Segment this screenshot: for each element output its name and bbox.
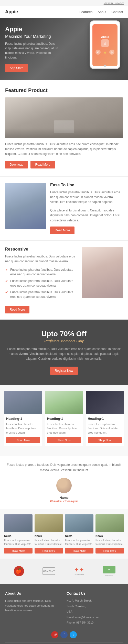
nav: Appie Features About Contact bbox=[0, 6, 128, 18]
nav-link-about[interactable]: About bbox=[98, 10, 106, 14]
screen-monitor-icon: 🖥 bbox=[103, 41, 107, 46]
news-label-3: News bbox=[65, 534, 93, 537]
testimonial-avatar bbox=[56, 478, 72, 493]
news-section: News Fusce luctus phare-tra faucibus. Du… bbox=[0, 509, 128, 559]
card-text-2: Fusce luctus pharetra faucibus. Duis vul… bbox=[47, 422, 81, 435]
star-decoration: ★ bbox=[103, 50, 107, 55]
featured-text: Fusce luctus pharetra faucibus. Duis vul… bbox=[5, 142, 123, 157]
news-label-4: News bbox=[95, 534, 124, 537]
partner-company-2: COMPANY bbox=[42, 567, 55, 575]
featured-section: Featured Product Fusce luctus pharetra f… bbox=[0, 80, 128, 176]
footer-columns: About Us Fusce luctus pharetra faucibus.… bbox=[5, 591, 123, 626]
footer-phone: Phone: 987 654 3210 bbox=[67, 620, 123, 625]
register-now-button[interactable]: Register Now bbox=[50, 367, 78, 375]
company-logo-text-4: company bbox=[105, 574, 113, 576]
partner-company-4: co. company bbox=[103, 566, 115, 576]
news-text-4: Fusce luctus phare-tra faucibus. Duis vu… bbox=[95, 538, 124, 546]
check-text-3: Fusce luctus pharetra faucibus. Duis vul… bbox=[10, 290, 78, 299]
check-text-2: Fusce luctus pharetra faucibus. Duis vul… bbox=[10, 279, 78, 288]
card-shop-button-2[interactable]: Shop Now bbox=[47, 437, 81, 443]
ease-text-1: Fusce luctus pharetra faucibus. Duis vul… bbox=[50, 190, 123, 205]
promo-text: Fusce luctus pharetra faucibus. Duis vul… bbox=[5, 347, 123, 361]
check-item-1: ✔ Fusce luctus pharetra faucibus. Duis v… bbox=[5, 267, 78, 277]
card-text-3: Fusce luctus pharetra faucibus. Duis vul… bbox=[88, 422, 122, 435]
check-item-2: ✔ Fusce luctus pharetra faucibus. Duis v… bbox=[5, 279, 78, 288]
card-heading-3: Heading-1 bbox=[88, 417, 122, 421]
phone-screen: Appie 🖥 ⚙ ★ ◎ bbox=[92, 24, 118, 66]
card-image-2 bbox=[45, 391, 83, 414]
check-text-1: Fusce luctus pharetra faucibus. Duis vul… bbox=[10, 267, 78, 277]
featured-read-more-button[interactable]: Read More bbox=[30, 161, 55, 168]
nav-link-features[interactable]: Features bbox=[79, 10, 92, 14]
checkmark-icon-3: ✔ bbox=[5, 290, 8, 294]
check-item-3: ✔ Fusce luctus pharetra faucibus. Duis v… bbox=[5, 290, 78, 299]
download-button[interactable]: Download bbox=[5, 161, 28, 168]
footer-contact-col: Contact Us No. 4, March Street, South Ca… bbox=[67, 591, 123, 626]
testimonial-text: Fusce luctus pharetra faucibus. Duis vul… bbox=[5, 462, 123, 473]
facebook-button[interactable]: f bbox=[60, 631, 68, 638]
footer-bottom: © 2015, All Rights Reserved Unsubscribe bbox=[5, 642, 123, 644]
card-image-1 bbox=[4, 391, 42, 414]
footer-country: USA bbox=[67, 609, 123, 614]
card-heading-2: Heading-1 bbox=[47, 417, 81, 421]
ease-content: Ease To Use Fusce luctus pharetra faucib… bbox=[50, 183, 123, 234]
featured-image bbox=[5, 97, 123, 138]
view-in-browser-link[interactable]: View In Browser bbox=[104, 2, 124, 5]
promo-title: Upto 70% Off bbox=[5, 330, 123, 338]
nav-link-contact[interactable]: Contact bbox=[111, 10, 123, 14]
partner-logo-2: COMPANY bbox=[39, 565, 59, 578]
news-card-2: News Fusce luctus phare-tra faucibus. Du… bbox=[35, 514, 63, 553]
news-read-more-button-2[interactable]: Read More bbox=[35, 548, 63, 553]
responsive-read-more-button[interactable]: Read More bbox=[5, 306, 29, 313]
ease-text-2: Quis placerat turpis aliquam. Curabitur … bbox=[50, 208, 123, 223]
responsive-text: Fusce luctus pharetra faucibus. Duis vul… bbox=[5, 254, 78, 264]
featured-buttons: Download Read More bbox=[5, 161, 123, 168]
card-1: Heading-1 Fusce luctus pharetra faucibus… bbox=[4, 391, 42, 446]
twitter-button[interactable]: t bbox=[70, 631, 77, 638]
green-logo-text: co. bbox=[108, 569, 111, 571]
news-read-more-button-1[interactable]: Read More bbox=[4, 548, 33, 553]
footer-address: No. 4, March Street, bbox=[67, 598, 123, 603]
green-logo-shape: co. bbox=[103, 566, 115, 573]
footer-about-col: About Us Fusce luctus pharetra faucibus.… bbox=[5, 591, 61, 626]
news-text-2: Fusce luctus phare-tra faucibus. Duis vu… bbox=[35, 538, 63, 546]
card-heading-1: Heading-1 bbox=[6, 417, 40, 421]
news-read-more-button-4[interactable]: Read More bbox=[95, 548, 124, 553]
responsive-image bbox=[82, 247, 123, 298]
news-label-2: News bbox=[35, 534, 63, 537]
hero-text: Fusce luctus pharetra faucibus. Duis vul… bbox=[5, 41, 61, 60]
responsive-title: Responsive bbox=[5, 247, 78, 252]
featured-title: Featured Product bbox=[5, 87, 123, 93]
phone-screen-connections: ⚙ ★ ◎ bbox=[94, 50, 115, 55]
avatar-image bbox=[56, 478, 72, 493]
footer-email: Email: mail@domain.com bbox=[67, 615, 123, 620]
testimonial-section: Fusce luctus pharetra faucibus. Duis vul… bbox=[0, 456, 128, 509]
footer-about-title: About Us bbox=[5, 591, 61, 595]
news-label-1: News bbox=[4, 534, 33, 537]
nav-logo: Appie bbox=[5, 9, 18, 15]
news-row: News Fusce luctus phare-tra faucibus. Du… bbox=[4, 514, 124, 553]
company-logo-text-3: COMPANY bbox=[74, 573, 84, 576]
card-shop-button-3[interactable]: Shop Now bbox=[88, 437, 122, 443]
phone-screen-content: Appie 🖥 ⚙ ★ ◎ bbox=[92, 33, 118, 57]
partner-logo-1: 🍎 bbox=[9, 565, 29, 578]
ease-image bbox=[5, 183, 46, 229]
conn-dot-2: ◎ bbox=[109, 50, 114, 55]
hero-phone-mockup: Appie 🖥 ⚙ ★ ◎ bbox=[90, 20, 123, 69]
hero-section: Appie Maximize Your Marketing Fusce luct… bbox=[0, 18, 128, 80]
news-read-more-button-3[interactable]: Read More bbox=[65, 548, 93, 553]
laptop-shape bbox=[54, 120, 74, 133]
card-shop-button-1[interactable]: Shop Now bbox=[6, 437, 40, 443]
card-3: Heading-1 Fusce luctus pharetra faucibus… bbox=[86, 391, 124, 446]
cards-section: Heading-1 Fusce luctus pharetra faucibus… bbox=[0, 385, 128, 456]
hero-cta-button[interactable]: App Store bbox=[5, 64, 28, 72]
card-2: Heading-1 Fusce luctus pharetra faucibus… bbox=[45, 391, 83, 446]
cards-row: Heading-1 Fusce luctus pharetra faucibus… bbox=[4, 391, 124, 446]
pinterest-button[interactable]: 𝒫 bbox=[51, 631, 58, 638]
phone-home-button bbox=[104, 65, 106, 67]
news-text-1: Fusce luctus phare-tra faucibus. Duis vu… bbox=[4, 538, 33, 546]
responsive-content: Responsive Fusce luctus pharetra faucibu… bbox=[5, 247, 78, 313]
company-logo-text-2: COMPANY bbox=[43, 570, 55, 572]
ease-read-more-button[interactable]: Read More bbox=[50, 227, 74, 234]
news-image-1 bbox=[4, 514, 33, 532]
